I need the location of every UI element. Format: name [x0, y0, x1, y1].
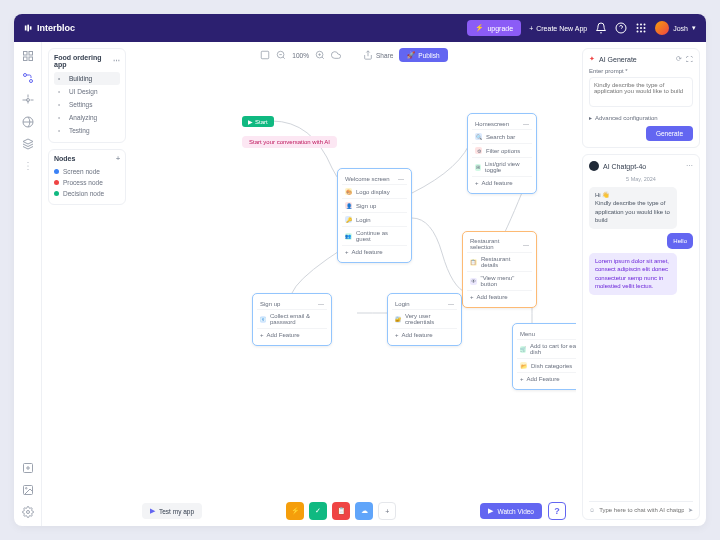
rail-gallery-icon[interactable]: [22, 484, 34, 496]
zoom-in-icon[interactable]: [315, 50, 325, 60]
chat-input-row: ☺ ➤: [589, 501, 693, 513]
more-icon[interactable]: ⋯: [448, 300, 454, 307]
share-button[interactable]: Share: [363, 50, 393, 60]
apps-grid-icon[interactable]: [635, 22, 647, 34]
bell-icon[interactable]: [595, 22, 607, 34]
svg-rect-15: [23, 57, 27, 61]
rail-layers-icon[interactable]: [22, 138, 34, 150]
bottom-tool-3[interactable]: ☁: [355, 502, 373, 520]
refresh-icon[interactable]: ⟳: [676, 55, 682, 63]
emoji-icon[interactable]: ☺: [589, 507, 595, 513]
bottom-bar: ▶ Test my app ⚡✓📋☁+ ▶ Watch Video ?: [132, 502, 576, 520]
create-label: Create New App: [536, 25, 587, 32]
more-icon[interactable]: ⋯: [398, 175, 404, 182]
menu-settings[interactable]: ▫Settings: [54, 98, 120, 111]
node-welcome[interactable]: Welcome screen⋯ 🎨Logo display 👤Sign up 🔑…: [337, 168, 412, 263]
bottom-tool-1[interactable]: ✓: [309, 502, 327, 520]
create-app-button[interactable]: + Create New App: [529, 25, 587, 32]
svg-point-18: [29, 80, 32, 83]
fit-icon[interactable]: [260, 50, 270, 60]
rail-dashboard-icon[interactable]: [22, 50, 34, 62]
svg-point-8: [640, 27, 642, 29]
avatar: [655, 21, 669, 35]
test-app-button[interactable]: ▶ Test my app: [142, 503, 202, 519]
legend-screen-node[interactable]: Screen node: [54, 166, 120, 177]
svg-point-7: [637, 27, 639, 29]
publish-button[interactable]: 🚀 Publish: [399, 48, 447, 62]
publish-label: Publish: [418, 52, 439, 59]
start-chip[interactable]: ▶ Start: [242, 116, 274, 127]
add-feature[interactable]: + Add Feature: [517, 372, 576, 385]
node-login[interactable]: Login⋯ 🔐Very user credentials + Add feat…: [387, 293, 462, 346]
brand-text: Interbloc: [37, 23, 75, 33]
share-label: Share: [376, 52, 393, 59]
more-icon[interactable]: ⋯: [523, 241, 529, 248]
ai-hint-chip[interactable]: Start your conversation with AI: [242, 136, 337, 148]
add-feature[interactable]: + Add feature: [472, 176, 532, 189]
project-title: Food ordering app ⋯: [54, 54, 120, 68]
add-feature[interactable]: + Add feature: [467, 290, 532, 303]
bottom-tool-add[interactable]: +: [378, 502, 396, 520]
more-icon[interactable]: ⋯: [318, 300, 324, 307]
add-feature[interactable]: + Add Feature: [257, 328, 327, 341]
menu-ui-design[interactable]: ▫UI Design: [54, 85, 120, 98]
svg-point-9: [644, 27, 646, 29]
help-button[interactable]: ?: [548, 502, 566, 520]
zoom-level: 100%: [292, 52, 309, 59]
node-menu[interactable]: Menu⋯ 🛒Add to cart for each dish 📂Dish c…: [512, 323, 576, 390]
add-feature[interactable]: + Add feature: [342, 245, 407, 258]
lightning-icon: ⚡: [475, 24, 484, 32]
watch-video-button[interactable]: ▶ Watch Video: [480, 503, 542, 519]
cloud-icon[interactable]: [331, 50, 341, 60]
upgrade-button[interactable]: ⚡ upgrade: [467, 20, 521, 36]
more-icon[interactable]: ⋯: [686, 162, 693, 170]
add-feature[interactable]: + Add feature: [392, 328, 457, 341]
prompt-input[interactable]: [589, 77, 693, 107]
more-icon[interactable]: ⋯: [523, 120, 529, 127]
user-menu[interactable]: Josh ▾: [655, 21, 696, 35]
right-panel: ✦ AI Generate ⟳ ⛶ Enter prompt * ▸ Advan…: [576, 42, 706, 526]
svg-point-11: [640, 31, 642, 33]
node-signup[interactable]: Sign up⋯ 📧Collect email & password + Add…: [252, 293, 332, 346]
rail-add-icon[interactable]: [22, 462, 34, 474]
chat-msg-ai: Hi 👋 Kindly describe the type of applica…: [589, 187, 677, 229]
svg-point-12: [644, 31, 646, 33]
send-icon[interactable]: ➤: [688, 506, 693, 513]
chat-date: 5 May, 2024: [589, 176, 693, 182]
chat-input[interactable]: [599, 507, 684, 513]
expand-icon[interactable]: ⛶: [686, 56, 693, 63]
svg-point-23: [27, 169, 28, 170]
chevron-down-icon: ▾: [692, 24, 696, 32]
zoom-out-icon[interactable]: [276, 50, 286, 60]
legend-process-node[interactable]: Process node: [54, 177, 120, 188]
node-homescreen[interactable]: Homescreen⋯ 🔍Search bar ⚙Filter options …: [467, 113, 537, 194]
rail-globe-icon[interactable]: [22, 116, 34, 128]
advanced-config[interactable]: ▸ Advanced configuration: [589, 114, 693, 121]
bottom-tool-2[interactable]: 📋: [332, 502, 350, 520]
chat-msg-user: Hello: [667, 233, 693, 249]
help-icon[interactable]: [615, 22, 627, 34]
menu-analyzing[interactable]: ▫Analyzing: [54, 111, 120, 124]
plus-icon[interactable]: +: [116, 155, 120, 162]
rail-settings-icon[interactable]: [22, 506, 34, 518]
svg-point-21: [27, 162, 28, 163]
canvas[interactable]: ▶ Start Start your conversation with AI …: [132, 68, 576, 526]
menu-building[interactable]: ▫Building: [54, 72, 120, 85]
node-restaurant[interactable]: Restaurant selection⋯ 📋Restaurant detail…: [462, 231, 537, 308]
legend-decision-node[interactable]: Decision node: [54, 188, 120, 199]
svg-rect-0: [25, 26, 27, 31]
more-icon[interactable]: ⋯: [113, 57, 120, 65]
svg-point-4: [637, 24, 639, 26]
share-icon: [363, 50, 373, 60]
play-icon: ▶: [150, 507, 155, 515]
chat-messages: Hi 👋 Kindly describe the type of applica…: [589, 187, 693, 501]
rail-more-icon[interactable]: [22, 160, 34, 172]
svg-rect-2: [30, 26, 32, 29]
bottom-tool-0[interactable]: ⚡: [286, 502, 304, 520]
menu-testing[interactable]: ▫Testing: [54, 124, 120, 137]
svg-point-26: [25, 488, 27, 490]
left-rail: [14, 42, 42, 526]
rail-flow-icon[interactable]: [22, 72, 34, 84]
rail-components-icon[interactable]: [22, 94, 34, 106]
generate-button[interactable]: Generate: [646, 126, 693, 141]
